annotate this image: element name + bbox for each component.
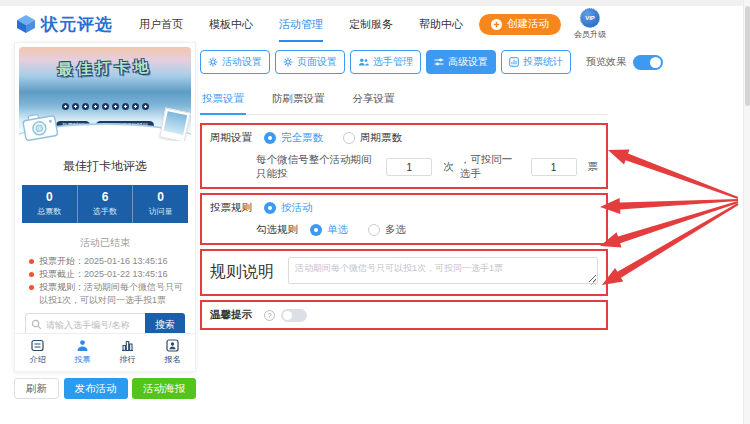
radio-cycle-votes-label[interactable]: 周期票数 [360, 131, 402, 145]
camera-illustration [20, 109, 62, 141]
subtab-anti-cheat-settings[interactable]: 防刷票设置 [270, 88, 327, 115]
stat-visits: 0 访问量 [132, 185, 188, 223]
logo-cube-icon [16, 14, 36, 34]
preview-actions: 刷新 发布活动 活动海报 [14, 378, 196, 399]
people-icon [358, 57, 369, 67]
help-icon[interactable] [264, 310, 275, 321]
gear-icon [208, 57, 218, 67]
radio-single-select-label[interactable]: 单选 [327, 223, 348, 237]
settings-subtabs: 投票设置 防刷票设置 分享设置 [200, 88, 608, 115]
app-title: 状元评选 [41, 13, 113, 36]
nav-help-center[interactable]: 帮助中心 [419, 6, 463, 42]
votes-unit: 票 [588, 160, 599, 174]
tab-vote-statistics[interactable]: 投票统计 [501, 50, 571, 74]
radio-total-votes[interactable] [264, 132, 276, 144]
subtab-vote-settings[interactable]: 投票设置 [200, 88, 246, 115]
activity-banner: 最佳打卡地 投票时间 3月22日至3月27日 [19, 47, 191, 141]
nav-custom-service[interactable]: 定制服务 [349, 6, 393, 42]
radio-single-select[interactable] [310, 224, 322, 236]
tab-activity-settings[interactable]: 活动设置 [200, 50, 270, 74]
app-logo[interactable]: 状元评选 [16, 13, 113, 36]
rule-description-section: 规则说明 [200, 249, 608, 296]
vote-times-input[interactable] [386, 158, 432, 176]
search-input[interactable] [46, 320, 140, 330]
refresh-button[interactable]: 刷新 [14, 378, 59, 399]
rule-description-label: 规则说明 [210, 262, 274, 283]
tabbar-intro[interactable]: 介绍 [15, 339, 60, 365]
vip-upgrade[interactable]: VIP 会员升级 [574, 8, 606, 40]
subtab-share-settings[interactable]: 分享设置 [351, 88, 397, 115]
tabbar-vote[interactable]: 投票 [60, 339, 105, 365]
top-nav: 状元评选 用户首页 模板中心 活动管理 定制服务 帮助中心 创建活动 VIP 会… [0, 6, 742, 42]
radio-multi-select[interactable] [368, 224, 380, 236]
banner-title: 最佳打卡地 [19, 56, 191, 81]
tabbar-ranking[interactable]: 排行 [105, 339, 150, 365]
warm-tips-section: 温馨提示 [200, 300, 608, 330]
activity-title: 最佳打卡地评选 [15, 158, 195, 175]
cycle-settings-section: 周期设置 完全票数 周期票数 每个微信号整个活动期间只能投 次 ，可投同一选手 … [200, 123, 608, 189]
signup-person-icon [166, 339, 179, 352]
settings-main: 活动设置 页面设置 选手管理 高级设置 [200, 46, 608, 330]
vote-limit-text-middle: ，可投同一选手 [460, 153, 520, 181]
publish-activity-button[interactable]: 发布活动 [64, 378, 128, 399]
radio-multi-select-label[interactable]: 多选 [385, 223, 406, 237]
activity-poster-button[interactable]: 活动海报 [132, 378, 196, 399]
check-rule-label: 勾选规则 [256, 223, 298, 237]
info-vote-start: 投票开始：2025-01-16 13:45:16 [29, 255, 185, 268]
voting-rules-label: 投票规则 [210, 201, 252, 215]
scrollbar-thumb[interactable] [745, 6, 750, 106]
rule-description-wrap [288, 257, 598, 288]
main-nav: 用户首页 模板中心 活动管理 定制服务 帮助中心 [139, 6, 463, 42]
sliders-icon [434, 57, 444, 67]
activity-preview-panel: 最佳打卡地 投票时间 3月22日至3月27日 最佳打卡地评选 [14, 42, 196, 372]
activity-info-list: 投票开始：2025-01-16 13:45:16 投票截止：2025-01-22… [29, 255, 185, 307]
preview-toggle-label: 预览效果 [586, 55, 626, 69]
ranking-chart-icon [121, 339, 134, 352]
radio-by-activity[interactable] [264, 202, 276, 214]
create-activity-button[interactable]: 创建活动 [479, 14, 561, 35]
vip-icon: VIP [580, 8, 600, 28]
warm-tips-toggle[interactable] [281, 309, 307, 322]
preview-effect-toggle[interactable] [633, 55, 663, 70]
search-icon [31, 319, 42, 330]
cycle-settings-label: 周期设置 [210, 131, 252, 145]
radio-by-activity-label[interactable]: 按活动 [281, 201, 313, 215]
tab-page-settings[interactable]: 页面设置 [275, 50, 345, 74]
warm-tips-label: 温馨提示 [210, 308, 252, 322]
info-vote-rules: 投票规则：活动期间每个微信号只可以投1次，可以对同一选手投1票 [29, 281, 185, 307]
scrollbar-track[interactable] [743, 0, 750, 424]
plus-icon [491, 19, 502, 30]
nav-user-home[interactable]: 用户首页 [139, 6, 183, 42]
settings-toolbar: 活动设置 页面设置 选手管理 高级设置 [200, 50, 608, 74]
vote-person-icon [76, 339, 89, 352]
nav-template-center[interactable]: 模板中心 [209, 6, 253, 42]
activity-status: 活动已结束 [15, 236, 195, 250]
tab-advanced-settings[interactable]: 高级设置 [426, 50, 496, 74]
stat-total-votes: 0 总票数 [22, 185, 77, 223]
radio-total-votes-label[interactable]: 完全票数 [281, 131, 323, 145]
gear-icon [283, 57, 293, 67]
bar-chart-icon [509, 57, 519, 67]
vote-limit-text-prefix: 每个微信号整个活动期间只能投 [256, 153, 375, 181]
votes-per-contestant-input[interactable] [531, 158, 577, 176]
voting-rules-section: 投票规则 按活动 勾选规则 单选 多选 [200, 193, 608, 245]
preview-toggle-group: 预览效果 [586, 55, 663, 70]
nav-activity-management[interactable]: 活动管理 [279, 6, 323, 42]
tab-contestant-management[interactable]: 选手管理 [350, 50, 421, 74]
page: 状元评选 用户首页 模板中心 活动管理 定制服务 帮助中心 创建活动 VIP 会… [0, 0, 750, 424]
vip-upgrade-label: 会员升级 [574, 29, 606, 40]
stat-contestants: 6 选手数 [77, 185, 133, 223]
intro-icon [31, 339, 44, 352]
vote-times-unit: 次 [443, 160, 454, 174]
rule-description-textarea[interactable] [288, 257, 598, 284]
radio-cycle-votes[interactable] [343, 132, 355, 144]
tabbar-signup[interactable]: 报名 [150, 339, 195, 365]
info-vote-end: 投票截止：2025-01-22 13:45:16 [29, 268, 185, 281]
preview-tabbar: 介绍 投票 排行 报名 [15, 333, 195, 371]
stats-bar: 0 总票数 6 选手数 0 访问量 [22, 185, 188, 223]
